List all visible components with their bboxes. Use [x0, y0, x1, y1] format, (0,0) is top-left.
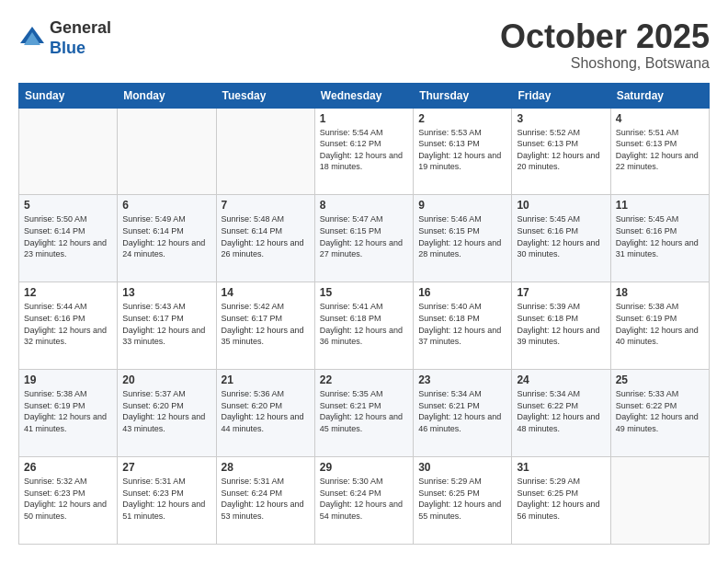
day-of-week-tuesday: Tuesday [216, 83, 314, 108]
calendar-cell: 8Sunrise: 5:47 AM Sunset: 6:15 PM Daylig… [314, 195, 413, 282]
calendar-week-1: 1Sunrise: 5:54 AM Sunset: 6:12 PM Daylig… [19, 108, 710, 195]
calendar-cell: 30Sunrise: 5:29 AM Sunset: 6:25 PM Dayli… [414, 457, 512, 545]
calendar-cell: 28Sunrise: 5:31 AM Sunset: 6:24 PM Dayli… [216, 457, 314, 545]
day-number: 5 [24, 199, 112, 212]
calendar-table: SundayMondayTuesdayWednesdayThursdayFrid… [18, 83, 710, 545]
day-number: 2 [418, 112, 506, 125]
calendar-week-2: 5Sunrise: 5:50 AM Sunset: 6:14 PM Daylig… [19, 195, 710, 282]
calendar-cell: 15Sunrise: 5:41 AM Sunset: 6:18 PM Dayli… [314, 282, 413, 370]
day-info: Sunrise: 5:41 AM Sunset: 6:18 PM Dayligh… [320, 301, 408, 347]
day-info: Sunrise: 5:33 AM Sunset: 6:22 PM Dayligh… [616, 388, 704, 434]
day-info: Sunrise: 5:30 AM Sunset: 6:24 PM Dayligh… [320, 476, 408, 522]
day-info: Sunrise: 5:38 AM Sunset: 6:19 PM Dayligh… [616, 301, 704, 347]
day-info: Sunrise: 5:29 AM Sunset: 6:25 PM Dayligh… [418, 476, 506, 522]
calendar-cell [610, 457, 709, 545]
logo-blue: Blue [50, 39, 85, 57]
day-number: 23 [418, 373, 506, 386]
calendar-week-5: 26Sunrise: 5:32 AM Sunset: 6:23 PM Dayli… [19, 457, 710, 545]
day-info: Sunrise: 5:42 AM Sunset: 6:17 PM Dayligh… [222, 301, 310, 347]
calendar-cell: 27Sunrise: 5:31 AM Sunset: 6:23 PM Dayli… [118, 457, 216, 545]
day-number: 4 [616, 112, 704, 125]
day-number: 7 [222, 199, 310, 212]
day-of-week-sunday: Sunday [19, 83, 118, 108]
day-number: 12 [24, 286, 112, 299]
day-info: Sunrise: 5:34 AM Sunset: 6:21 PM Dayligh… [418, 388, 506, 434]
calendar-week-4: 19Sunrise: 5:38 AM Sunset: 6:19 PM Dayli… [19, 370, 710, 457]
day-info: Sunrise: 5:51 AM Sunset: 6:13 PM Dayligh… [616, 127, 704, 173]
day-info: Sunrise: 5:49 AM Sunset: 6:14 PM Dayligh… [122, 213, 210, 259]
calendar-cell: 17Sunrise: 5:39 AM Sunset: 6:18 PM Dayli… [512, 282, 610, 370]
day-number: 3 [517, 112, 605, 125]
day-info: Sunrise: 5:54 AM Sunset: 6:12 PM Dayligh… [320, 127, 408, 173]
calendar-cell [216, 108, 314, 195]
day-number: 22 [320, 373, 408, 386]
logo-icon [18, 25, 46, 52]
day-number: 15 [320, 286, 408, 299]
day-number: 10 [517, 199, 605, 212]
day-number: 1 [320, 112, 408, 125]
day-info: Sunrise: 5:52 AM Sunset: 6:13 PM Dayligh… [517, 127, 605, 173]
logo-text: General Blue [50, 18, 111, 58]
calendar-cell: 20Sunrise: 5:37 AM Sunset: 6:20 PM Dayli… [118, 370, 216, 457]
page: General Blue October 2025 Shoshong, Bots… [0, 0, 728, 563]
day-info: Sunrise: 5:40 AM Sunset: 6:18 PM Dayligh… [418, 301, 506, 347]
day-info: Sunrise: 5:35 AM Sunset: 6:21 PM Dayligh… [320, 388, 408, 434]
day-info: Sunrise: 5:53 AM Sunset: 6:13 PM Dayligh… [418, 127, 506, 173]
day-number: 17 [517, 286, 605, 299]
day-info: Sunrise: 5:46 AM Sunset: 6:15 PM Dayligh… [418, 213, 506, 259]
day-info: Sunrise: 5:45 AM Sunset: 6:16 PM Dayligh… [616, 213, 704, 259]
day-info: Sunrise: 5:31 AM Sunset: 6:23 PM Dayligh… [122, 476, 210, 522]
calendar-cell: 4Sunrise: 5:51 AM Sunset: 6:13 PM Daylig… [610, 108, 709, 195]
calendar-cell: 19Sunrise: 5:38 AM Sunset: 6:19 PM Dayli… [19, 370, 118, 457]
day-number: 29 [320, 461, 408, 474]
day-of-week-wednesday: Wednesday [314, 83, 413, 108]
day-number: 27 [122, 461, 210, 474]
calendar-cell: 3Sunrise: 5:52 AM Sunset: 6:13 PM Daylig… [512, 108, 610, 195]
day-info: Sunrise: 5:31 AM Sunset: 6:24 PM Dayligh… [222, 476, 310, 522]
day-info: Sunrise: 5:50 AM Sunset: 6:14 PM Dayligh… [24, 213, 112, 259]
calendar-cell: 12Sunrise: 5:44 AM Sunset: 6:16 PM Dayli… [19, 282, 118, 370]
day-number: 30 [418, 461, 506, 474]
day-info: Sunrise: 5:37 AM Sunset: 6:20 PM Dayligh… [122, 388, 210, 434]
day-number: 28 [222, 461, 310, 474]
day-number: 13 [122, 286, 210, 299]
day-of-week-thursday: Thursday [414, 83, 512, 108]
calendar-cell: 6Sunrise: 5:49 AM Sunset: 6:14 PM Daylig… [118, 195, 216, 282]
day-number: 24 [517, 373, 605, 386]
day-number: 9 [418, 199, 506, 212]
calendar-cell: 24Sunrise: 5:34 AM Sunset: 6:22 PM Dayli… [512, 370, 610, 457]
calendar-cell: 7Sunrise: 5:48 AM Sunset: 6:14 PM Daylig… [216, 195, 314, 282]
day-info: Sunrise: 5:39 AM Sunset: 6:18 PM Dayligh… [517, 301, 605, 347]
calendar-cell: 18Sunrise: 5:38 AM Sunset: 6:19 PM Dayli… [610, 282, 709, 370]
header: General Blue October 2025 Shoshong, Bots… [18, 18, 710, 72]
day-of-week-friday: Friday [512, 83, 610, 108]
logo: General Blue [18, 18, 111, 58]
calendar-cell: 10Sunrise: 5:45 AM Sunset: 6:16 PM Dayli… [512, 195, 610, 282]
day-of-week-monday: Monday [118, 83, 216, 108]
day-info: Sunrise: 5:43 AM Sunset: 6:17 PM Dayligh… [122, 301, 210, 347]
calendar-cell: 21Sunrise: 5:36 AM Sunset: 6:20 PM Dayli… [216, 370, 314, 457]
calendar-cell: 1Sunrise: 5:54 AM Sunset: 6:12 PM Daylig… [314, 108, 413, 195]
day-number: 25 [616, 373, 704, 386]
day-info: Sunrise: 5:47 AM Sunset: 6:15 PM Dayligh… [320, 213, 408, 259]
day-number: 18 [616, 286, 704, 299]
day-number: 20 [122, 373, 210, 386]
calendar-cell: 31Sunrise: 5:29 AM Sunset: 6:25 PM Dayli… [512, 457, 610, 545]
calendar-body: 1Sunrise: 5:54 AM Sunset: 6:12 PM Daylig… [19, 108, 710, 544]
day-number: 6 [122, 199, 210, 212]
month-title: October 2025 [500, 18, 710, 55]
title-block: October 2025 Shoshong, Botswana [500, 18, 710, 72]
calendar-cell [118, 108, 216, 195]
day-info: Sunrise: 5:45 AM Sunset: 6:16 PM Dayligh… [517, 213, 605, 259]
day-info: Sunrise: 5:36 AM Sunset: 6:20 PM Dayligh… [222, 388, 310, 434]
calendar-cell [19, 108, 118, 195]
calendar-cell: 29Sunrise: 5:30 AM Sunset: 6:24 PM Dayli… [314, 457, 413, 545]
day-header-row: SundayMondayTuesdayWednesdayThursdayFrid… [19, 83, 710, 108]
calendar-cell: 9Sunrise: 5:46 AM Sunset: 6:15 PM Daylig… [414, 195, 512, 282]
calendar-week-3: 12Sunrise: 5:44 AM Sunset: 6:16 PM Dayli… [19, 282, 710, 370]
day-of-week-saturday: Saturday [610, 83, 709, 108]
calendar-cell: 2Sunrise: 5:53 AM Sunset: 6:13 PM Daylig… [414, 108, 512, 195]
day-info: Sunrise: 5:48 AM Sunset: 6:14 PM Dayligh… [222, 213, 310, 259]
calendar-header: SundayMondayTuesdayWednesdayThursdayFrid… [19, 83, 710, 108]
day-info: Sunrise: 5:34 AM Sunset: 6:22 PM Dayligh… [517, 388, 605, 434]
